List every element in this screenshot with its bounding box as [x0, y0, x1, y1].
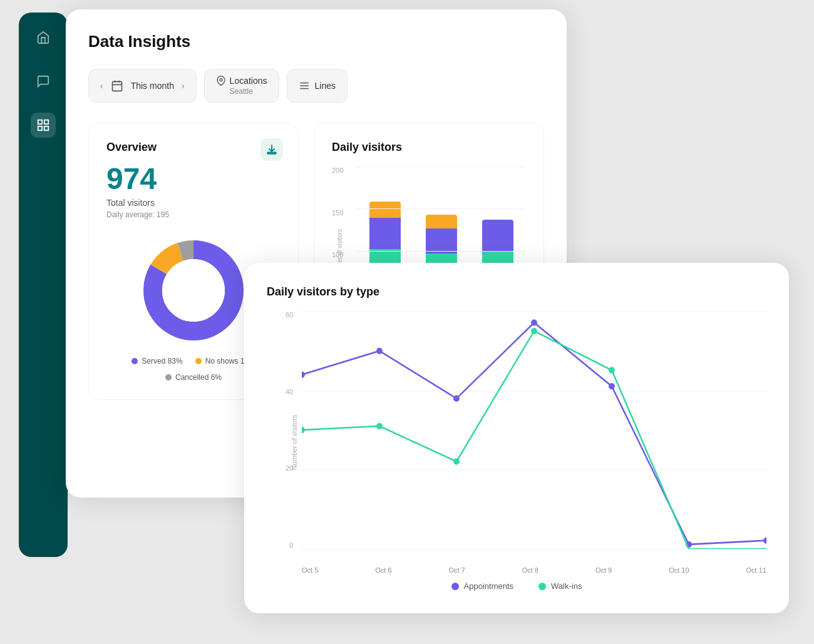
x-label-1: Oct 6 [375, 566, 391, 574]
svg-point-20 [531, 319, 537, 325]
svg-point-17 [302, 372, 305, 378]
svg-rect-4 [112, 81, 121, 91]
toolbar: ‹ This month › Locations Seattle [88, 69, 544, 103]
location-icon [216, 76, 226, 86]
svg-point-21 [609, 383, 615, 389]
x-label-6: Oct 11 [746, 566, 766, 574]
date-label: This month [131, 81, 174, 91]
legend-served: Served 83% [131, 357, 182, 365]
bar-orange-1 [369, 202, 401, 218]
svg-point-27 [531, 328, 537, 334]
sidebar-home[interactable] [31, 25, 56, 50]
legend-walkins: Walk-ins [538, 581, 582, 591]
svg-point-16 [162, 259, 225, 322]
next-arrow[interactable]: › [182, 81, 185, 91]
svg-point-19 [453, 396, 460, 402]
line-chart-legend: Appointments Walk-ins [267, 581, 766, 591]
daily-avg: Daily average: 195 [106, 210, 281, 219]
lines-icon [299, 80, 310, 91]
download-icon [266, 144, 277, 155]
overview-title: Overview [106, 141, 281, 154]
page-title: Data Insights [88, 32, 544, 51]
bar-orange-2 [426, 215, 457, 228]
svg-point-25 [376, 423, 383, 429]
svg-rect-1 [44, 120, 48, 124]
location-label: Locations [230, 76, 267, 86]
lines-filter-btn[interactable]: Lines [287, 69, 348, 103]
sidebar-analytics[interactable] [31, 113, 56, 138]
legend-cancelled: Cancelled 6% [165, 373, 222, 382]
daily-visitors-title: Daily visitors [332, 141, 526, 154]
svg-point-23 [763, 538, 766, 544]
svg-point-28 [609, 367, 615, 373]
line-chart-svg [302, 311, 766, 549]
date-filter-btn[interactable]: ‹ This month › [88, 69, 197, 103]
location-filter-btn[interactable]: Locations Seattle [204, 69, 279, 103]
dvt-title: Daily visitors by type [267, 285, 766, 299]
x-label-0: Oct 5 [302, 566, 318, 574]
x-label-4: Oct 9 [595, 566, 612, 574]
x-label-3: Oct 8 [522, 566, 538, 574]
svg-point-8 [220, 79, 222, 81]
prev-arrow[interactable]: ‹ [100, 81, 103, 91]
total-visitors-label: Total visitors [106, 198, 281, 208]
svg-rect-3 [44, 126, 48, 130]
x-label-5: Oct 10 [669, 566, 689, 574]
svg-rect-12 [267, 153, 276, 154]
bar-purple-3 [482, 220, 513, 251]
sidebar-chat[interactable] [31, 69, 56, 94]
svg-rect-0 [38, 120, 42, 124]
legend-appointments: Appointments [451, 581, 514, 591]
svg-rect-2 [38, 126, 42, 130]
sidebar [19, 13, 68, 557]
total-visitors-number: 974 [106, 164, 281, 194]
location-sublabel: Seattle [216, 87, 253, 96]
svg-point-26 [453, 458, 460, 464]
calendar-icon [111, 79, 123, 92]
daily-visitors-type-card: Daily visitors by type Number of visitor… [244, 263, 789, 613]
bar-purple-1 [369, 218, 401, 249]
bar-purple-2 [426, 228, 457, 253]
download-button[interactable] [260, 138, 283, 161]
lines-label: Lines [315, 81, 336, 91]
svg-point-24 [302, 427, 305, 433]
x-label-2: Oct 7 [448, 566, 465, 574]
svg-point-18 [376, 348, 383, 354]
